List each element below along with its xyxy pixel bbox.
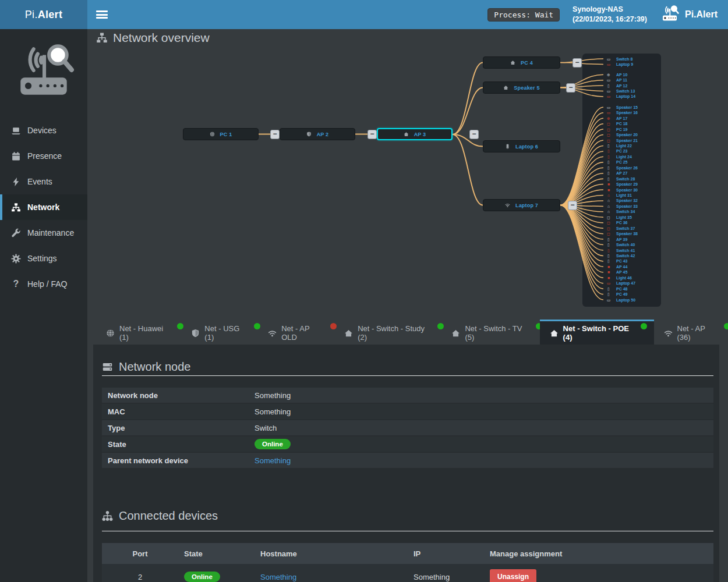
device-name[interactable]: AP 17 (616, 116, 627, 120)
field-value: Switch (255, 424, 277, 432)
collapse-button-ap2[interactable]: − (367, 130, 377, 139)
collapse-button-ap3[interactable]: − (469, 130, 479, 139)
wifi-icon (268, 329, 277, 338)
device-name[interactable]: Speaker 21 (616, 139, 638, 143)
device-name[interactable]: Speaker 26 (616, 166, 638, 170)
diagram-node-pc1[interactable]: PC 1 (183, 128, 259, 140)
device-name[interactable]: AP 10 (616, 73, 627, 77)
device-name[interactable]: Switch 8 (616, 57, 632, 61)
collapse-button-pc4[interactable]: − (572, 58, 582, 68)
device-name[interactable]: Speaker 20 (616, 133, 638, 137)
device-name[interactable]: Switch 34 (616, 210, 635, 214)
laptop-icon: ▭ (605, 78, 613, 82)
sidebar-item-network[interactable]: Network (0, 194, 87, 220)
tab-label: Net - Switch - TV (5) (465, 324, 529, 342)
diagram-node-laptop7[interactable]: Laptop 7 (483, 199, 560, 211)
device-name[interactable]: Light 31 (616, 193, 632, 197)
device-name[interactable]: Speaker 29 (616, 182, 638, 186)
sidebar-item-maintenance[interactable]: Maintenance (0, 220, 87, 246)
tab-net-ap-36[interactable]: Net - AP (36) (654, 320, 728, 345)
tab-net-huawei-1[interactable]: Net - Huawei (1) (96, 320, 181, 345)
device-name[interactable]: Switch 13 (616, 89, 635, 93)
device-name[interactable]: Laptop 47 (616, 281, 635, 285)
tab-net-switch-tv-5[interactable]: Net - Switch - TV (5) (441, 320, 539, 345)
network-node-row: MACSomething (102, 404, 713, 420)
tab-net-usg-1[interactable]: Net - USG (1) (181, 320, 258, 345)
parent-device-link[interactable]: Something (255, 456, 291, 465)
device-name[interactable]: Switch 37 (616, 226, 635, 230)
device-name[interactable]: PC 43 (616, 259, 627, 263)
device-name[interactable]: Switch 41 (616, 249, 635, 253)
device-name[interactable]: Light 46 (616, 276, 632, 280)
device-name[interactable]: PC 48 (616, 287, 627, 291)
device-name[interactable]: Light 24 (616, 155, 632, 159)
device-name[interactable]: AP 45 (616, 270, 627, 274)
device-name[interactable]: Light 35 (616, 215, 632, 219)
device-name[interactable]: Laptop 9 (616, 62, 633, 66)
device-name[interactable]: Laptop 14 (616, 94, 635, 98)
menu-toggle-icon[interactable] (96, 10, 108, 19)
globe-icon: ⊕ (605, 116, 613, 120)
tab-net-ap-old[interactable]: Net - AP OLD (258, 320, 334, 345)
laptop-icon: ▭ (605, 57, 613, 61)
device-name[interactable]: AP 11 (616, 78, 627, 82)
device-name[interactable]: Laptop 50 (616, 298, 635, 302)
device-name[interactable]: PC 18 (616, 122, 627, 126)
sidebar-item-devices[interactable]: Devices (0, 118, 87, 143)
app-logo[interactable]: Pi.Alert (0, 0, 87, 29)
node-tabs: Net - Huawei (1) Net - USG (1) Net - AP … (96, 320, 728, 345)
column-header: Manage assignment (484, 549, 713, 558)
node-label: PC 1 (220, 132, 232, 137)
device-name[interactable]: Switch 28 (616, 177, 635, 181)
unassign-button[interactable]: Unassign (490, 569, 536, 582)
node-label: Speaker 5 (514, 85, 539, 91)
collapse-button-laptop7[interactable]: − (568, 201, 577, 210)
hostname-link[interactable]: Something (260, 573, 296, 581)
device-name[interactable]: Switch 40 (616, 243, 635, 247)
device-name[interactable]: Speaker 16 (616, 111, 638, 115)
device-name[interactable]: Speaker 33 (616, 204, 638, 208)
top-bar-main: Process: Wait Synology-NAS (22/01/2023, … (87, 0, 728, 29)
table-header-row: PortStateHostnameIPManage assignment (102, 543, 713, 564)
device-name[interactable]: PC 36 (616, 221, 627, 225)
device-name[interactable]: Speaker 38 (616, 232, 638, 236)
device-name[interactable]: AP 27 (616, 171, 627, 175)
diagram-node-laptop6[interactable]: Laptop 6 (483, 140, 560, 152)
device-name[interactable]: AP 44 (616, 265, 627, 269)
calendar-icon (11, 151, 21, 161)
device-name[interactable]: PC 49 (616, 292, 627, 296)
device-name[interactable]: Speaker 32 (616, 198, 638, 203)
device-name[interactable]: AP 39 (616, 237, 627, 242)
laptop-icon: ▭ (605, 298, 613, 302)
host-info: Synology-NAS (22/01/2023, 16:27:39) (572, 5, 647, 24)
device-name[interactable]: PC 25 (616, 160, 627, 164)
diagram-node-ap2[interactable]: AP 2 (280, 128, 355, 140)
mobile-icon: ▯ (605, 287, 613, 291)
sidebar-item-help-faq[interactable]: ?Help / FAQ (0, 271, 87, 297)
column-header: Port (102, 549, 178, 558)
mobile-icon: ▯ (605, 144, 613, 148)
device-name[interactable]: Speaker 15 (616, 105, 638, 109)
diagram-node-pc4[interactable]: PC 4 (483, 56, 560, 69)
sidebar-item-settings[interactable]: Settings (0, 246, 87, 271)
device-list-panel: ▭Switch 8▭Laptop 9⊕AP 10▭AP 11▯AP 12▭Swi… (582, 54, 661, 307)
brand-bold: Alert (38, 9, 63, 21)
device-name[interactable]: PC 19 (616, 127, 627, 132)
node-label: AP 3 (414, 132, 426, 137)
device-name[interactable]: AP 12 (616, 84, 627, 88)
collapse-button-pc1[interactable]: − (270, 130, 280, 139)
device-name[interactable]: PC 23 (616, 149, 627, 153)
diagram-node-speaker5[interactable]: Speaker 5 (483, 81, 560, 94)
network-node-title-text: Network node (119, 360, 190, 374)
network-node-row: StateOnline (102, 436, 713, 453)
sidebar-item-presence[interactable]: Presence (0, 143, 87, 169)
tab-net-switch-poe-4[interactable]: Net - Switch - POE (4) (540, 320, 654, 345)
collapse-button-speaker5[interactable]: − (566, 83, 575, 93)
diagram-node-ap3[interactable]: AP 3 (377, 128, 453, 140)
laptop-icon: ▭ (605, 89, 613, 93)
device-name[interactable]: Switch 42 (616, 254, 635, 258)
sidebar-item-events[interactable]: Events (0, 169, 87, 194)
device-name[interactable]: Speaker 30 (616, 188, 638, 192)
tab-net-switch-study-2[interactable]: Net - Switch - Study (2) (334, 320, 441, 345)
device-name[interactable]: Light 22 (616, 144, 632, 148)
